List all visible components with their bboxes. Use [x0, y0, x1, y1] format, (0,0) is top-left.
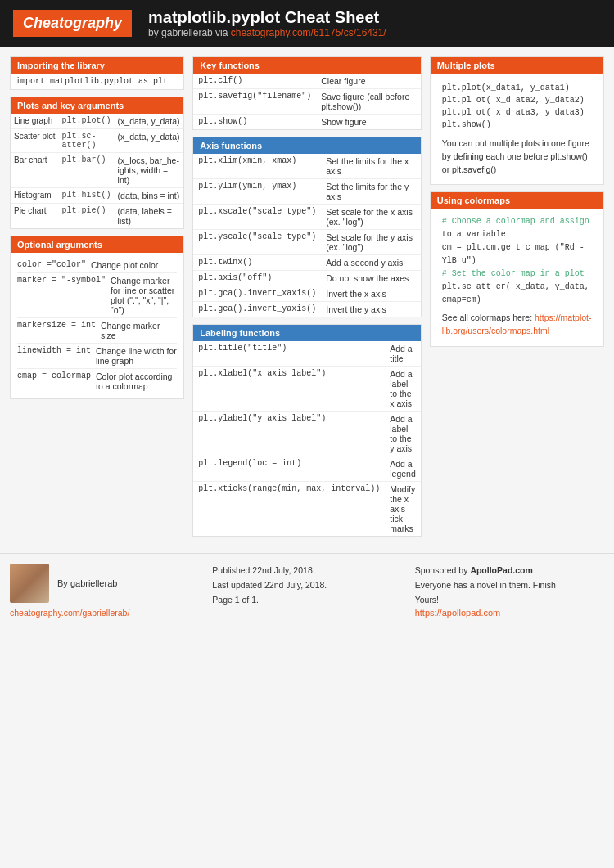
author-link[interactable]: cheatography.com/gabriellerab/: [10, 608, 129, 618]
footer-col-meta: Published 22nd July, 2018. Last updated …: [212, 564, 401, 608]
avatar-block: By gabriellerab: [10, 564, 199, 603]
table-row: Pie chartplt.pie()(data, labels = list): [11, 204, 183, 229]
axis-functions-section: Axis functions plt.xlim(xmin, xmax)Set t…: [192, 137, 422, 317]
table-row: plt.ylabel("y axis label")Add a label to…: [193, 412, 421, 456]
labeling-body: plt.title("title")Add a titleplt.xlabel(…: [193, 341, 421, 536]
table-row: Histogramplt.hist()(data, bins = int): [11, 188, 183, 204]
multiple-plots-body: plt.plot(x_data1, y_data1)plt.pl ot( x_d…: [431, 74, 603, 184]
optional-header: Optional arguments: [11, 236, 183, 253]
page-number: Page 1 of 1.: [212, 593, 401, 608]
published-date: Published 22nd July, 2018.: [212, 564, 401, 578]
list-item: color ="co­lor"Change plot color: [17, 258, 177, 273]
labeling-table: plt.title("title")Add a titleplt.xlabel(…: [193, 341, 421, 536]
axis-functions-header: Axis functions: [193, 137, 421, 154]
key-functions-body: plt.clf()Clear figureplt.savefig("fil­en…: [193, 74, 421, 129]
table-row: Line graphplt.plot()(x_data, y_data): [11, 114, 183, 129]
list-item: linewidth = intChange line width for lin…: [17, 344, 177, 369]
key-functions-header: Key functions: [193, 57, 421, 74]
table-row: plt.yscale("scale type")Set scale for th…: [193, 230, 421, 255]
avatar-image: [10, 564, 49, 603]
table-row: plt.show()Show figure: [193, 115, 421, 130]
header-title-block: matplotlib.pyplot Cheat Sheet by gabriel…: [148, 8, 386, 38]
plots-section: Plots and key arguments Line graphplt.pl…: [10, 97, 184, 229]
table-row: plt.xticks(range(min, max, interval))Mod…: [193, 482, 421, 537]
colormaps-body: # Choose a colormap and assignto a varia…: [431, 209, 603, 346]
optional-body: color ="co­lor"Change plot colormarker =…: [11, 253, 183, 398]
sponsor-text: Sponsored by ApolloPad.com: [415, 564, 604, 578]
multiple-plots-section: Multiple plots plt.plot(x_data1, y_data1…: [430, 56, 604, 185]
table-row: plt.clf()Clear figure: [193, 74, 421, 89]
table-row: plt.savefig("fil­ename")Save figure (cal…: [193, 89, 421, 115]
table-row: Scatter plotplt.sc­atter()(x_data, y_dat…: [11, 129, 183, 153]
list-item: cmap = colormapColor plot according to a…: [17, 369, 177, 394]
multiple-plots-header: Multiple plots: [431, 57, 603, 74]
import-code: import matplotlib.pyplot as plt: [11, 74, 183, 89]
multiple-plots-desc: You can put multiple plots in one figure…: [437, 134, 597, 179]
importing-section: Importing the library import matplotlib.…: [10, 56, 184, 90]
header-subtitle: by gabriellerab via cheatography.com/611…: [148, 27, 386, 38]
col3: Multiple plots plt.plot(x_data1, y_data1…: [430, 56, 604, 537]
see-all-text: See all colormaps here: https://matplot­…: [437, 308, 597, 341]
labeling-header: Labeling functions: [193, 325, 421, 341]
axis-functions-body: plt.xlim(xmin, xmax)Set the limits for t…: [193, 154, 421, 317]
col1: Importing the library import matplotlib.…: [10, 56, 184, 537]
colormaps-section: Using colormaps # Choose a colormap and …: [430, 191, 604, 347]
optional-section: Optional arguments color ="co­lor"Change…: [10, 236, 184, 399]
col2: Key functions plt.clf()Clear figureplt.s…: [192, 56, 422, 537]
labeling-section: Labeling functions plt.title("title")Add…: [192, 324, 422, 537]
plots-header: Plots and key arguments: [11, 97, 183, 114]
header: Cheatography matplotlib.pyplot Cheat She…: [0, 0, 614, 47]
footer-col-author: By gabriellerab cheatography.com/gabriel…: [10, 564, 199, 618]
sponsor-name: ApolloPad.com: [470, 565, 532, 575]
list-item: markersize = intChange marker size: [17, 318, 177, 344]
logo: Cheatography: [13, 10, 132, 37]
footer-col-sponsor: Sponsored by ApolloPad.com Everyone has …: [415, 564, 604, 618]
author-label: By gabriellerab: [57, 578, 117, 588]
cheatography-link[interactable]: cheatography.com/61175/cs/16431/: [231, 27, 386, 38]
table-row: plt.xlim(xmin, xmax)Set the limits for t…: [193, 154, 421, 179]
table-row: plt.gca().invert_­xaxis()Invert the x ax…: [193, 286, 421, 302]
page-title: matplotlib.pyplot Cheat Sheet: [148, 8, 386, 27]
plots-table: Line graphplt.plot()(x_data, y_data)Scat…: [11, 114, 183, 228]
table-row: plt.gca().invert_­yaxis()Invert the y ax…: [193, 302, 421, 317]
importing-header: Importing the library: [11, 57, 183, 74]
multiple-plots-code: plt.plot(x_data1, y_data1)plt.pl ot( x_d…: [437, 79, 597, 134]
table-row: plt.title("title")Add a title: [193, 341, 421, 367]
table-row: plt.xlabel("x axis label")Add a label to…: [193, 367, 421, 412]
table-row: Bar chartplt.bar()(x_locs, bar_he­ights,…: [11, 153, 183, 188]
sponsor-link[interactable]: https://apollopad.com: [415, 608, 501, 618]
colormaps-header: Using colormaps: [431, 192, 603, 209]
sponsor-desc1: Everyone has a novel in them. Finish: [415, 578, 604, 593]
sponsor-desc2: Yours!: [415, 593, 604, 608]
table-row: plt.twinx()Add a second y axis: [193, 255, 421, 271]
plots-body: Line graphplt.plot()(x_data, y_data)Scat…: [11, 114, 183, 228]
avatar: [10, 564, 49, 603]
footer: By gabriellerab cheatography.com/gabriel…: [0, 553, 614, 627]
key-functions-table: plt.clf()Clear figureplt.savefig("fil­en…: [193, 74, 421, 129]
list-item: marker = "-­symbol"Change marker for lin…: [17, 273, 177, 318]
axis-functions-table: plt.xlim(xmin, xmax)Set the limits for t…: [193, 154, 421, 317]
table-row: plt.xscale("scale type")Set scale for th…: [193, 205, 421, 230]
key-functions-section: Key functions plt.clf()Clear figureplt.s…: [192, 56, 422, 130]
table-row: plt.legend(loc = int)Add a legend: [193, 456, 421, 482]
main-content: Importing the library import matplotlib.…: [0, 47, 614, 546]
table-row: plt.axis("off")Do not show the axes: [193, 271, 421, 286]
colormap-code: # Choose a colormap and assignto a varia…: [437, 214, 597, 308]
updated-date: Last updated 22nd July, 2018.: [212, 578, 401, 593]
table-row: plt.ylim(ymin, ymax)Set the limits for t…: [193, 179, 421, 205]
